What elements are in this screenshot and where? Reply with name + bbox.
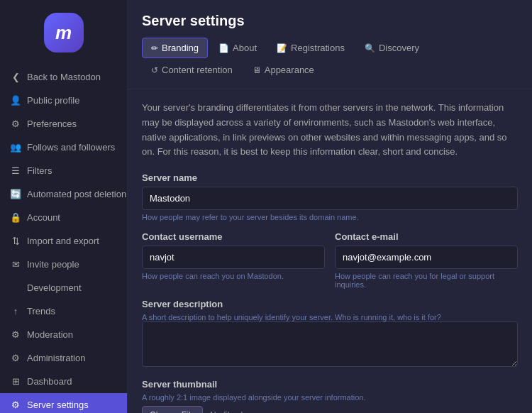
main-header: Server settings ✏ Branding 📄 About 📝 Reg… (128, 0, 532, 89)
sidebar-item-dashboard[interactable]: ⊞ Dashboard (0, 370, 127, 393)
server-description-group: Server description A short description t… (142, 299, 518, 369)
sidebar-icon-back-to-mastodon: ❮ (10, 72, 21, 82)
sidebar-item-back-to-mastodon[interactable]: ❮ Back to Mastodon (0, 65, 127, 89)
sidebar-label-follows-and-followers: Follows and followers (27, 142, 115, 153)
sidebar-item-automated-post-deletion[interactable]: 🔄 Automated post deletion (0, 182, 127, 206)
page-title: Server settings (142, 13, 518, 29)
sidebar-label-dashboard: Dashboard (27, 376, 72, 387)
tab-icon-registrations: 📝 (277, 43, 287, 53)
tab-label-content-retention: Content retention (162, 65, 233, 75)
tab-icon-content-retention: ↺ (151, 65, 158, 75)
tab-branding[interactable]: ✏ Branding (142, 38, 208, 58)
tab-icon-appearance: 🖥 (253, 65, 261, 75)
server-name-label: Server name (142, 172, 518, 183)
tab-icon-discovery: 🔍 (365, 43, 375, 53)
file-choose-button[interactable]: Choose File (142, 406, 203, 413)
contact-email-label: Contact e-mail (335, 231, 518, 242)
server-description-hint: A short description to help uniquely ide… (142, 313, 518, 321)
contact-email-input[interactable] (335, 246, 518, 269)
sidebar-item-trends[interactable]: ↑ Trends (0, 299, 127, 323)
sidebar-item-invite-people[interactable]: ✉ Invite people (0, 253, 127, 276)
sidebar-label-back-to-mastodon: Back to Mastodon (27, 72, 101, 82)
sidebar-label-invite-people: Invite people (27, 259, 79, 270)
sidebar-label-server-settings: Server settings (27, 400, 89, 410)
tab-label-discovery: Discovery (379, 43, 419, 53)
tab-about[interactable]: 📄 About (209, 38, 266, 58)
sidebar-icon-filters: ☰ (10, 165, 21, 176)
contact-username-label: Contact username (142, 231, 325, 242)
server-description-textarea[interactable] (142, 321, 518, 367)
sidebar-icon-automated-post-deletion: 🔄 (10, 189, 21, 199)
server-name-hint: How people may refer to your server besi… (142, 213, 518, 221)
sidebar-label-trends: Trends (27, 306, 55, 316)
logo-container: m (0, 0, 127, 62)
sidebar-icon-server-settings: ⚙ (10, 400, 21, 410)
sidebar: m ❮ Back to Mastodon 👤 Public profile ⚙ … (0, 0, 128, 413)
main-content: Server settings ✏ Branding 📄 About 📝 Reg… (128, 0, 532, 413)
tab-label-registrations: Registrations (291, 43, 345, 53)
sidebar-item-import-and-export[interactable]: ⇅ Import and export (0, 229, 127, 253)
file-input-row: Choose File No file chosen (142, 406, 518, 413)
branding-description: Your server's branding differentiates it… (142, 101, 518, 160)
contact-row: Contact username How people can reach yo… (142, 231, 518, 299)
server-thumbnail-label: Server thumbnail (142, 379, 518, 390)
tab-label-about: About (233, 43, 257, 53)
sidebar-icon-preferences: ⚙ (10, 119, 21, 129)
tab-registrations[interactable]: 📝 Registrations (267, 38, 354, 58)
sidebar-nav: ❮ Back to Mastodon 👤 Public profile ⚙ Pr… (0, 62, 127, 413)
contact-username-input[interactable] (142, 246, 325, 269)
sidebar-item-server-settings[interactable]: ⚙ Server settings (0, 393, 127, 413)
server-thumbnail-section: Server thumbnail A roughly 2:1 image dis… (142, 379, 518, 413)
sidebar-label-administration: Administration (27, 353, 85, 363)
tab-appearance[interactable]: 🖥 Appearance (243, 60, 323, 80)
sidebar-label-import-and-export: Import and export (27, 236, 99, 246)
sidebar-icon-account: 🔒 (10, 212, 21, 223)
sidebar-item-administration[interactable]: ⚙ Administration (0, 346, 127, 370)
sidebar-label-preferences: Preferences (27, 119, 77, 129)
tab-discovery[interactable]: 🔍 Discovery (355, 38, 428, 58)
tab-label-appearance: Appearance (265, 65, 314, 75)
server-name-input[interactable] (142, 187, 518, 210)
contact-username-group: Contact username How people can reach yo… (142, 231, 325, 289)
server-description-label: Server description (142, 299, 518, 309)
server-name-group: Server name How people may refer to your… (142, 172, 518, 221)
sidebar-label-public-profile: Public profile (27, 95, 79, 106)
sidebar-icon-invite-people: ✉ (10, 259, 21, 270)
tabs-bar: ✏ Branding 📄 About 📝 Registrations 🔍 Dis… (142, 38, 518, 80)
file-name-display: No file chosen (210, 410, 264, 413)
contact-email-hint: How people can reach you for legal or su… (335, 272, 518, 289)
sidebar-icon-follows-and-followers: 👥 (10, 142, 21, 153)
sidebar-item-account[interactable]: 🔒 Account (0, 206, 127, 229)
sidebar-icon-trends: ↑ (10, 306, 21, 316)
sidebar-label-automated-post-deletion: Automated post deletion (27, 189, 126, 199)
sidebar-label-moderation: Moderation (27, 329, 73, 340)
sidebar-label-development: Development (27, 282, 82, 293)
sidebar-item-follows-and-followers[interactable]: 👥 Follows and followers (0, 136, 127, 159)
tab-label-branding: Branding (162, 43, 199, 53)
sidebar-label-filters: Filters (27, 165, 52, 176)
server-thumbnail-hint: A roughly 2:1 image displayed alongside … (142, 393, 518, 402)
sidebar-icon-import-and-export: ⇅ (10, 236, 21, 246)
sidebar-item-moderation[interactable]: ⚙ Moderation (0, 323, 127, 346)
tab-icon-branding: ✏ (151, 43, 158, 53)
sidebar-item-preferences[interactable]: ⚙ Preferences (0, 112, 127, 136)
contact-email-group: Contact e-mail How people can reach you … (335, 231, 518, 289)
sidebar-icon-dashboard: ⊞ (10, 376, 21, 387)
sidebar-icon-public-profile: 👤 (10, 95, 21, 106)
sidebar-icon-moderation: ⚙ (10, 329, 21, 340)
sidebar-item-filters[interactable]: ☰ Filters (0, 159, 127, 182)
logo: m (44, 13, 84, 53)
sidebar-item-public-profile[interactable]: 👤 Public profile (0, 89, 127, 112)
sidebar-label-account: Account (27, 212, 60, 223)
tab-icon-about: 📄 (218, 43, 229, 53)
sidebar-icon-administration: ⚙ (10, 353, 21, 363)
contact-username-hint: How people can reach you on Mastodon. (142, 272, 325, 280)
sidebar-item-development[interactable]: Development (0, 276, 127, 299)
tab-content-retention[interactable]: ↺ Content retention (142, 60, 242, 80)
content-area: Your server's branding differentiates it… (128, 89, 532, 413)
